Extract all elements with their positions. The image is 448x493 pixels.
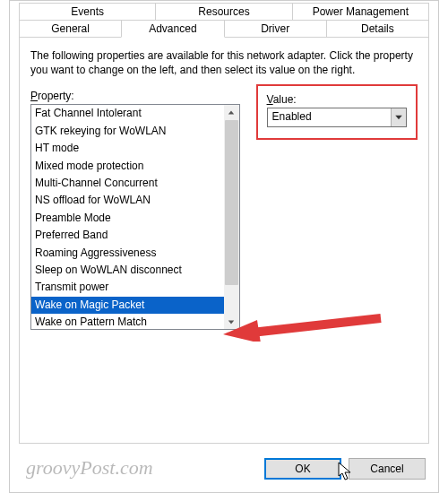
property-item[interactable]: Sleep on WoWLAN disconnect	[31, 262, 224, 279]
scroll-down-button[interactable]	[224, 314, 239, 329]
property-item[interactable]: NS offload for WoWLAN	[31, 192, 224, 209]
value-dropdown[interactable]: Enabled	[267, 108, 407, 127]
tab-driver[interactable]: Driver	[224, 20, 327, 38]
property-item[interactable]: Mixed mode protection	[31, 158, 224, 175]
tab-panel-advanced: The following properties are available f…	[19, 38, 429, 444]
scroll-up-button[interactable]	[224, 105, 239, 120]
cancel-button[interactable]: Cancel	[349, 458, 426, 480]
tab-resources[interactable]: Resources	[155, 3, 292, 21]
scroll-track[interactable]	[224, 120, 239, 314]
value-highlight-box: Value: Enabled	[256, 84, 418, 140]
tab-events[interactable]: Events	[19, 3, 156, 21]
property-item[interactable]: Preamble Mode	[31, 210, 224, 227]
property-item[interactable]: GTK rekeying for WoWLAN	[31, 123, 224, 140]
property-label: Property:	[30, 90, 240, 102]
intro-text: The following properties are available f…	[30, 48, 418, 77]
property-item[interactable]: Preferred Band	[31, 227, 224, 244]
properties-dialog: EventsResourcesPower Management GeneralA…	[9, 0, 439, 493]
tab-details[interactable]: Details	[326, 20, 429, 38]
property-item[interactable]: Fat Channel Intolerant	[31, 105, 224, 122]
scrollbar[interactable]	[224, 105, 239, 329]
value-dropdown-text: Enabled	[268, 108, 391, 126]
value-label: Value:	[267, 93, 407, 106]
property-item[interactable]: Roaming Aggressiveness	[31, 245, 224, 262]
scroll-thumb[interactable]	[225, 120, 238, 285]
property-item[interactable]: Wake on Pattern Match	[31, 314, 224, 329]
tab-general[interactable]: General	[19, 20, 122, 38]
property-listbox[interactable]: Fat Channel IntolerantGTK rekeying for W…	[30, 104, 240, 330]
tab-strip: EventsResourcesPower Management GeneralA…	[10, 1, 438, 39]
dialog-button-bar: OK Cancel	[264, 458, 426, 480]
ok-button[interactable]: OK	[264, 458, 341, 480]
property-item[interactable]: Multi-Channel Concurrent	[31, 175, 224, 192]
chevron-down-icon[interactable]	[391, 108, 406, 126]
watermark: groovyPost.com	[26, 456, 153, 480]
tab-power-management[interactable]: Power Management	[292, 3, 429, 21]
tab-advanced[interactable]: Advanced	[121, 20, 224, 38]
property-item[interactable]: Wake on Magic Packet	[31, 297, 224, 314]
property-item[interactable]: HT mode	[31, 140, 224, 157]
property-item[interactable]: Transmit power	[31, 279, 224, 296]
